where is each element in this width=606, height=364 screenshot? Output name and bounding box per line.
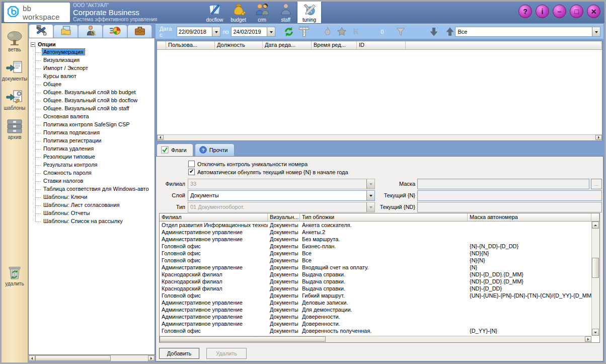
module-docflow[interactable]: docflow xyxy=(203,2,226,23)
tab-reports[interactable] xyxy=(103,25,127,38)
flame-icon[interactable] xyxy=(323,27,333,37)
grid-column-header[interactable]: Маска автономера xyxy=(468,213,591,222)
chevron-down-icon[interactable] xyxy=(267,27,275,36)
module-staff[interactable]: staff xyxy=(274,2,297,23)
tab-flags[interactable]: Флаги xyxy=(157,143,193,156)
table-row[interactable]: Административное управление Документы Ан… xyxy=(160,229,591,236)
date-from-combo[interactable]: 22/09/2018 xyxy=(177,27,221,37)
tree-item[interactable]: Курсы валют xyxy=(35,72,154,81)
table-row[interactable]: Краснодарский филиал Документы Выдача сп… xyxy=(160,285,591,292)
scroll-up-icon[interactable] xyxy=(592,222,599,229)
mask-browse-button[interactable]: ... xyxy=(591,179,602,189)
help-button[interactable]: ? xyxy=(518,5,532,18)
rail-item-delete[interactable]: удалить xyxy=(2,264,28,286)
tree-item[interactable]: Результаты контроля xyxy=(35,161,154,169)
grid-column-header[interactable]: Филиал xyxy=(160,213,268,222)
date-to-combo[interactable]: 24/02/2019 xyxy=(231,27,275,37)
collapse-icon[interactable] xyxy=(31,42,35,47)
table-row[interactable]: Отдел развития Информационных технологий… xyxy=(160,222,591,229)
grid-horizontal-scrollbar[interactable] xyxy=(160,336,591,342)
info-button[interactable]: i xyxy=(536,5,549,18)
tree-item[interactable]: Политика подписания xyxy=(35,129,154,137)
tree-item[interactable]: Шаблоны: Отчеты xyxy=(35,209,154,217)
scroll-right-icon[interactable] xyxy=(148,355,155,361)
grid-column-header[interactable]: Должность xyxy=(215,41,263,50)
scroll-right-icon[interactable] xyxy=(595,135,602,140)
rail-item-documents[interactable]: документы xyxy=(2,60,28,82)
scroll-thumb[interactable] xyxy=(35,355,111,361)
tree-item[interactable]: Общее xyxy=(35,81,154,89)
table-row[interactable]: Административное управление Документы Де… xyxy=(160,299,591,306)
move-up-icon[interactable] xyxy=(445,27,455,37)
tree-item[interactable]: Политика контроля SafeSign CSP xyxy=(35,121,154,129)
mask-field[interactable] xyxy=(417,179,589,189)
tree-item[interactable]: Шаблоны: Лист согласования xyxy=(35,201,154,209)
scroll-down-icon[interactable] xyxy=(592,329,599,336)
delete-button[interactable]: Удалить xyxy=(206,348,247,359)
grid-column-header[interactable] xyxy=(157,41,166,50)
tree-item[interactable]: Шаблоны: Ключи xyxy=(35,193,154,201)
tree-item[interactable]: Шаблоны: Список на рассылку xyxy=(35,217,154,226)
current-n-field[interactable] xyxy=(417,190,602,201)
tab-briefcase[interactable] xyxy=(127,25,152,38)
scroll-left-icon[interactable] xyxy=(157,135,164,140)
move-down-icon[interactable] xyxy=(429,27,439,37)
rail-item-branch[interactable]: ветвь xyxy=(2,31,28,52)
table-row[interactable]: Головной офис Документы Все {ND}{N} xyxy=(160,250,591,257)
tree-item[interactable]: Таблица соответствия для Windows-авто xyxy=(35,185,154,193)
table-row[interactable]: Головной офис Документы Все {N}{N} xyxy=(160,257,591,264)
checkbox[interactable] xyxy=(188,161,195,167)
maximize-button[interactable]: □ xyxy=(570,5,583,18)
tree-item[interactable]: Общее. Визуальный слой bb budget xyxy=(35,89,154,97)
grid-column-header[interactable]: Тип обложки xyxy=(300,213,468,222)
tab-folders[interactable] xyxy=(53,25,78,38)
k-button[interactable]: K xyxy=(353,27,359,37)
tree-item[interactable]: Основная валюта xyxy=(35,113,154,121)
tree-item[interactable]: Политика регистрации xyxy=(35,137,154,145)
star-icon[interactable] xyxy=(337,27,347,37)
filter-funnel-icon[interactable] xyxy=(396,27,406,37)
tree-item[interactable]: Резолюции типовые xyxy=(35,153,154,161)
tab-persons[interactable] xyxy=(78,25,103,38)
chevron-down-icon[interactable] xyxy=(592,27,600,36)
table-row[interactable]: Головной офис Документы Бизнес-план. {N}… xyxy=(160,243,591,250)
module-budget[interactable]: budget xyxy=(226,2,250,23)
table-row[interactable]: Головной офис Документы Доверенность пол… xyxy=(160,327,591,334)
tree-item[interactable]: Общее. Визуальный слой bb staff xyxy=(35,105,154,113)
grid-column-header[interactable]: Пользова... xyxy=(166,41,215,50)
ruler-icon[interactable] xyxy=(298,26,310,37)
current-nd-field[interactable] xyxy=(417,202,602,212)
tree-horizontal-scrollbar[interactable] xyxy=(28,355,155,361)
grid-column-header[interactable]: Время ред... xyxy=(312,41,357,50)
rail-item-archive[interactable]: архив xyxy=(2,118,28,140)
close-button[interactable]: ✕ xyxy=(587,5,600,18)
history-grid-hscrollbar[interactable] xyxy=(157,134,602,140)
table-row[interactable]: Административное управление Документы До… xyxy=(160,320,591,327)
tab-read[interactable]: ? Прочти xyxy=(195,143,235,156)
add-button[interactable]: Добавить xyxy=(159,348,199,359)
grid-vertical-scrollbar[interactable] xyxy=(591,222,599,336)
module-tuning[interactable]: tuning xyxy=(297,2,321,23)
minimize-button[interactable]: – xyxy=(553,5,566,18)
scroll-thumb[interactable] xyxy=(592,258,599,278)
scroll-right-icon[interactable] xyxy=(585,336,591,342)
tree-item[interactable]: Импорт / Экспорт xyxy=(35,64,154,72)
rail-item-templates[interactable]: шаблоны xyxy=(2,89,28,111)
tree-item[interactable]: Общее. Визуальный слой bb docflow xyxy=(35,97,154,105)
table-row[interactable]: Административное управление Документы Вх… xyxy=(160,264,591,271)
table-row[interactable]: Административное управление Документы До… xyxy=(160,313,591,320)
refresh-icon[interactable] xyxy=(283,26,294,37)
checkbox[interactable] xyxy=(188,169,195,175)
tree-root[interactable]: Опции xyxy=(31,40,154,48)
table-row[interactable]: Административное управление Документы Бе… xyxy=(160,236,591,243)
tab-options[interactable] xyxy=(29,24,53,38)
scroll-left-icon[interactable] xyxy=(29,355,35,361)
scope-combo[interactable]: Все xyxy=(455,27,600,37)
chevron-down-icon[interactable] xyxy=(212,27,220,36)
grid-column-header[interactable]: Визуальн... xyxy=(268,213,300,222)
layer-combo[interactable]: Документы xyxy=(188,190,375,201)
table-row[interactable]: Административное управление Документы Дл… xyxy=(160,306,591,313)
table-row[interactable]: Краснодарский филиал Документы Выдача сп… xyxy=(160,278,591,285)
table-row[interactable]: Краснодарский филиал Документы Выдача сп… xyxy=(160,271,591,278)
tree-item[interactable]: Автонумерация xyxy=(35,48,154,56)
